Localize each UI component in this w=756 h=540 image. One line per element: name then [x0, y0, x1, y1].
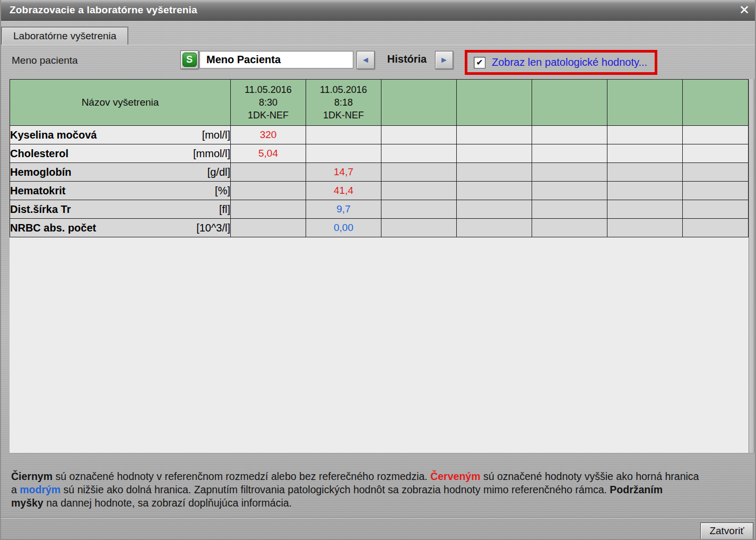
column-header-empty: [607, 80, 683, 126]
close-button[interactable]: Zatvoriť: [700, 522, 753, 539]
checkmark-icon: ✔: [476, 58, 483, 67]
empty-cell: [457, 126, 532, 144]
result-value-cell[interactable]: 41,4: [306, 182, 381, 200]
arrow-left-icon: ◄: [361, 55, 370, 64]
empty-cell: [306, 144, 381, 163]
vertical-scrollbar[interactable]: [749, 79, 754, 453]
close-icon[interactable]: ✕: [739, 2, 750, 18]
table-row: Kyselina močová[mol/l]320: [10, 126, 749, 144]
lab-table-body: Kyselina močová[mol/l]320Cholesterol[mmo…: [10, 126, 749, 237]
s-icon: S: [183, 53, 197, 67]
column-header-sample: 11.05.20168:301DK-NEF: [231, 80, 306, 126]
tab-strip: Laboratórne vyšetrenia: [0, 20, 756, 45]
empty-cell: [306, 126, 381, 144]
legend-segment: sú označené hodnoty vyššie ako horná hra…: [481, 470, 699, 482]
history-next-button[interactable]: ►: [435, 51, 453, 69]
empty-cell: [231, 219, 306, 237]
test-name: Dist.šírka Tr: [10, 203, 71, 216]
column-header-test-name: Názov vyšetrenia: [10, 80, 231, 126]
arrow-right-icon: ►: [440, 55, 448, 64]
empty-cell: [457, 219, 532, 237]
table-row: Hemoglobín[g/dl]14,7: [10, 163, 749, 182]
empty-cell: [683, 182, 749, 200]
empty-cell: [683, 144, 749, 163]
table-row: Dist.šírka Tr[fl]9,7: [10, 200, 749, 219]
empty-cell: [683, 219, 749, 237]
legend-segment: sú nižšie ako dolná hranica. Zapnutím fi…: [60, 484, 610, 495]
empty-cell: [683, 126, 749, 144]
sample-date: 11.05.2016: [231, 83, 306, 96]
empty-cell: [532, 200, 607, 219]
test-unit: [10^3/l]: [196, 222, 230, 234]
window-title: Zobrazovacie a laboratórne vyšetrenia: [0, 4, 197, 16]
tab-laboratorne-vysetrenia[interactable]: Laboratórne vyšetrenia: [1, 27, 128, 45]
test-name: Cholesterol: [10, 148, 68, 160]
column-header-sample: 11.05.20168:181DK-NEF: [306, 80, 381, 126]
patient-search-button[interactable]: S: [180, 50, 198, 69]
empty-cell: [607, 219, 683, 237]
history-prev-button[interactable]: ◄: [357, 51, 375, 69]
empty-cell: [231, 200, 306, 219]
result-value-cell[interactable]: 5,04: [231, 144, 306, 163]
patient-name-label: Meno pacienta: [12, 55, 78, 66]
empty-cell: [381, 126, 457, 144]
column-header-empty: [532, 80, 607, 126]
sample-department: 1DK-NEF: [306, 109, 381, 122]
empty-cell: [457, 144, 532, 163]
patient-name-input[interactable]: [199, 51, 353, 68]
legend-segment: Červeným: [430, 470, 480, 482]
empty-cell: [532, 126, 607, 144]
lab-table-header: Názov vyšetrenia11.05.20168:301DK-NEF11.…: [10, 80, 749, 126]
legend-segment: myšky: [11, 497, 44, 509]
sample-date: 11.05.2016: [306, 83, 381, 96]
sample-time: 8:18: [306, 96, 381, 109]
sample-department: 1DK-NEF: [231, 109, 306, 122]
empty-cell: [683, 163, 749, 182]
pathological-filter-label[interactable]: Zobraz len patologické hodnoty...: [492, 56, 647, 68]
empty-cell: [607, 126, 683, 144]
table-header-row: Názov vyšetrenia11.05.20168:301DK-NEF11.…: [10, 80, 749, 126]
empty-cell: [381, 163, 457, 182]
result-value-cell[interactable]: 14,7: [306, 163, 381, 182]
test-name: NRBC abs. počet: [10, 222, 96, 234]
test-name-cell: Dist.šírka Tr[fl]: [10, 200, 231, 219]
test-name: Hemoglobín: [10, 166, 72, 178]
test-unit: [fl]: [219, 203, 230, 216]
legend-segment: Podržaním: [610, 484, 663, 495]
legend-segment: sú označené hodnoty v referenčnom rozmed…: [53, 470, 430, 482]
empty-cell: [231, 182, 306, 200]
footer-divider: [0, 517, 756, 518]
empty-cell: [381, 219, 457, 237]
test-unit: [%]: [215, 185, 230, 197]
test-name-cell: Kyselina močová[mol/l]: [10, 126, 231, 144]
empty-cell: [457, 163, 532, 182]
result-value-cell[interactable]: 320: [231, 126, 306, 144]
test-name: Hematokrit: [10, 185, 65, 197]
legend-segment: a: [11, 484, 20, 495]
test-unit: [mol/l]: [202, 129, 230, 141]
pathological-filter-highlight: ✔ Zobraz len patologické hodnoty...: [465, 50, 657, 75]
test-name-cell: Cholesterol[mmol/l]: [10, 144, 231, 163]
history-label: História: [383, 53, 431, 65]
pathological-filter-checkbox[interactable]: ✔: [474, 57, 485, 68]
result-value-cell[interactable]: 9,7: [306, 200, 381, 219]
empty-cell: [607, 163, 683, 182]
test-name-cell: NRBC abs. počet[10^3/l]: [10, 219, 231, 237]
table-row: Hematokrit[%]41,4: [10, 182, 749, 200]
test-name-cell: Hematokrit[%]: [10, 182, 231, 200]
empty-cell: [683, 200, 749, 219]
result-value-cell[interactable]: 0,00: [306, 219, 381, 237]
empty-cell: [532, 144, 607, 163]
empty-cell: [457, 200, 532, 219]
empty-cell: [607, 182, 683, 200]
column-header-empty: [457, 80, 532, 126]
empty-cell: [381, 200, 457, 219]
legend-segment: modrým: [20, 484, 60, 495]
empty-cell: [607, 200, 683, 219]
legend-segment: Čiernym: [11, 470, 53, 482]
test-name-cell: Hemoglobín[g/dl]: [10, 163, 231, 182]
empty-cell: [231, 163, 306, 182]
table-row: NRBC abs. počet[10^3/l]0,00: [10, 219, 749, 237]
sample-time: 8:30: [231, 96, 306, 109]
main-panel: Meno pacienta S ◄ História ► ✔ Zobraz le…: [0, 45, 756, 540]
